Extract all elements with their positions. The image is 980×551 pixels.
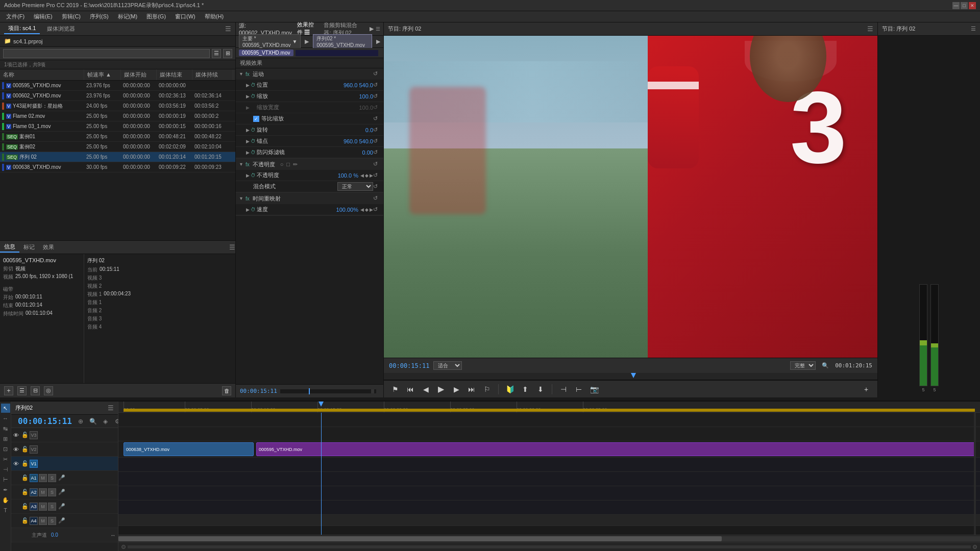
icon-toggle-btn[interactable]: ⊟ bbox=[31, 386, 40, 395]
op-reset[interactable]: ↺ bbox=[373, 172, 380, 179]
close-button[interactable]: ✕ bbox=[969, 2, 976, 9]
tr-expand[interactable]: ▼ bbox=[239, 196, 243, 201]
search-input[interactable] bbox=[3, 49, 210, 58]
list-view-btn[interactable]: ☰ bbox=[212, 49, 221, 58]
seq-panel-menu[interactable]: ☰ bbox=[971, 26, 976, 32]
step-back-btn[interactable]: ⏮ bbox=[404, 383, 416, 395]
menu-marker[interactable]: 标记(M) bbox=[114, 12, 142, 21]
scale-expand[interactable]: ▶ bbox=[246, 94, 250, 99]
timeline-scrollbar[interactable] bbox=[118, 535, 980, 542]
v1-eye-icon[interactable]: 👁 bbox=[13, 461, 20, 467]
opacity-expand[interactable]: ▼ bbox=[239, 162, 243, 167]
tab-markers[interactable]: 标记 bbox=[19, 242, 39, 252]
file-row-1[interactable]: V 000602_VTXHD.mov 23.976 fps 00:00:00:0… bbox=[0, 91, 235, 101]
ellipse-mask-btn[interactable]: ○ bbox=[280, 161, 284, 167]
op-expand[interactable]: ▶ bbox=[246, 173, 250, 178]
anchor-point-value[interactable]: 960.0 540.0 bbox=[344, 138, 373, 144]
add-keyframe-btn[interactable]: ◆ bbox=[365, 173, 369, 178]
track-a4[interactable] bbox=[118, 500, 980, 515]
v1-name-btn[interactable]: V1 bbox=[30, 460, 38, 468]
a3-lock-icon[interactable]: 🔓 bbox=[21, 503, 29, 510]
menu-window[interactable]: 窗口(W) bbox=[171, 12, 200, 21]
a1-name-btn[interactable]: A1 bbox=[30, 474, 38, 482]
v3-name-btn[interactable]: V3 bbox=[30, 431, 38, 439]
type-tool-btn[interactable]: T bbox=[1, 506, 10, 515]
a2-lock-icon[interactable]: 🔓 bbox=[21, 489, 29, 495]
af-reset[interactable]: ↺ bbox=[373, 149, 380, 156]
v3-eye-icon[interactable]: 👁 bbox=[13, 432, 20, 438]
pos-reset[interactable]: ↺ bbox=[373, 82, 380, 89]
v2-eye-icon[interactable]: 👁 bbox=[13, 446, 20, 453]
a1-mute-btn[interactable]: M bbox=[39, 474, 47, 482]
a4-solo-btn[interactable]: S bbox=[48, 517, 56, 525]
list-toggle-btn[interactable]: ☰ bbox=[17, 386, 27, 395]
minimize-button[interactable]: — bbox=[952, 2, 960, 9]
opacity-reset-btn[interactable]: ↺ bbox=[373, 161, 380, 168]
file-row-8[interactable]: V 000638_VTXHD.mov 30.00 fps 00:00:00:00… bbox=[0, 162, 235, 172]
af-anim-icon[interactable]: ⏱ bbox=[250, 149, 257, 155]
track-master[interactable] bbox=[118, 515, 980, 526]
zoom-start-handle[interactable] bbox=[121, 545, 126, 549]
file-row-0[interactable]: V 000595_VTXHD.mov 23.976 fps 00:00:00:0… bbox=[0, 81, 235, 91]
tab-sequence[interactable]: 序列02 bbox=[15, 404, 33, 412]
rotation-value[interactable]: 0.0 bbox=[365, 127, 373, 133]
scale-reset[interactable]: ↺ bbox=[373, 93, 380, 100]
menu-file[interactable]: 文件(F) bbox=[2, 12, 29, 21]
anti-flicker-value[interactable]: 0.00 bbox=[362, 149, 373, 156]
rot-anim-icon[interactable]: ⏱ bbox=[250, 127, 257, 133]
overwrite-btn[interactable]: ⊢ bbox=[573, 383, 585, 395]
file-row-6[interactable]: SEQ 案例02 25.00 fps 00:00:00:00 00:02:02:… bbox=[0, 142, 235, 152]
a1-solo-btn[interactable]: S bbox=[48, 474, 56, 482]
a4-mic-icon[interactable]: 🎤 bbox=[58, 517, 65, 524]
zoom-bar[interactable] bbox=[128, 545, 971, 548]
track-v1[interactable]: 000638_VTXHD.mov 000595_VTXHD.mov bbox=[118, 441, 980, 458]
rot-expand[interactable]: ▶ bbox=[246, 128, 250, 133]
v2-name-btn[interactable]: V2 bbox=[30, 445, 38, 454]
snap-btn[interactable]: ◈ bbox=[100, 416, 110, 427]
panel-menu-icon[interactable]: ☰ bbox=[225, 25, 231, 33]
fit-select[interactable]: 适合 25% 50% 75% 100% bbox=[433, 361, 462, 370]
master-value[interactable]: 0.0 bbox=[51, 532, 58, 538]
tab-media-browser[interactable]: 媒体浏览器 bbox=[43, 24, 79, 34]
pos-expand[interactable]: ▶ bbox=[246, 83, 250, 88]
icon-view-btn[interactable]: ⊞ bbox=[223, 49, 232, 58]
v1-lock-icon[interactable]: 🔓 bbox=[21, 460, 29, 467]
next-frame-btn[interactable]: ▶ bbox=[450, 383, 462, 395]
master-clip-btn[interactable]: 主要 * 000595_VTXHD.mov ▼ bbox=[239, 34, 301, 49]
a4-mute-btn[interactable]: M bbox=[39, 517, 47, 525]
search-zoom-icon[interactable]: 🔍 bbox=[822, 362, 829, 369]
us-reset[interactable]: ↺ bbox=[373, 115, 380, 122]
effects-header-arrow[interactable]: ▶ bbox=[370, 26, 374, 32]
monitor-timecode-current[interactable]: 00:00:15:11 bbox=[389, 362, 429, 369]
next-keyframe-btn[interactable]: ▶ bbox=[370, 173, 373, 178]
rect-mask-btn[interactable]: □ bbox=[286, 161, 290, 167]
a1-mic-icon[interactable]: 🎤 bbox=[58, 474, 65, 481]
af-expand[interactable]: ▶ bbox=[246, 150, 250, 155]
auto-match-btn[interactable]: ◎ bbox=[44, 386, 53, 395]
lift-btn[interactable]: ⬆ bbox=[519, 383, 531, 395]
menu-clip[interactable]: 剪辑(C) bbox=[58, 12, 85, 21]
track-a3[interactable] bbox=[118, 486, 980, 500]
sp-anim-icon[interactable]: ⏱ bbox=[250, 207, 257, 212]
seq-menu-icon[interactable]: ☰ bbox=[108, 404, 114, 412]
v3-lock-icon[interactable]: 🔓 bbox=[21, 432, 29, 438]
step-forward-btn[interactable]: ⏭ bbox=[465, 383, 478, 395]
v2-lock-icon[interactable]: 🔓 bbox=[21, 446, 29, 453]
a1-lock-icon[interactable]: 🔓 bbox=[21, 474, 29, 481]
time-remap-section-header[interactable]: ▼ fx 时间重映射 ↺ bbox=[236, 193, 383, 204]
ap-reset[interactable]: ↺ bbox=[373, 138, 380, 145]
timeline-timecode-display[interactable]: 00:00:15:11 bbox=[18, 416, 72, 426]
monitor-menu-icon[interactable]: ☰ bbox=[867, 25, 873, 33]
uniform-scale-checkbox[interactable]: ✓ bbox=[253, 116, 259, 122]
col-name[interactable]: 名称 bbox=[0, 69, 84, 80]
col-media-dur[interactable]: 媒体持续 bbox=[192, 69, 233, 80]
file-row-7[interactable]: SEQ 序列 02 25.00 fps 00:00:00:00 00:01:20… bbox=[0, 152, 235, 162]
prev-frame-btn[interactable]: ◀ bbox=[420, 383, 432, 395]
opacity-section-header[interactable]: ▼ fx 不透明度 ○ □ ✏ ↺ bbox=[236, 159, 383, 170]
track-select-btn[interactable]: ↔ bbox=[1, 414, 10, 423]
col-framerate[interactable]: 帧速率 ▲ bbox=[84, 69, 121, 80]
clip-000595[interactable]: 000595_VTXHD.mov bbox=[256, 442, 975, 456]
speed-value[interactable]: 100.00% bbox=[336, 207, 358, 213]
slide-tool-btn[interactable]: ⊢ bbox=[1, 475, 10, 484]
playback-ruler[interactable] bbox=[384, 373, 877, 380]
